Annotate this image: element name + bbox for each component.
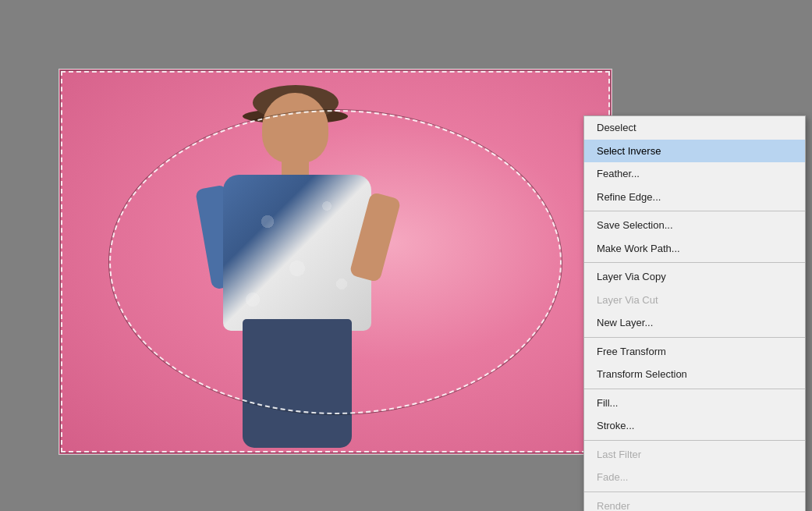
menu-item-make-work-path[interactable]: Make Work Path... bbox=[584, 237, 805, 261]
menu-item-layer-via-copy[interactable]: Layer Via Copy bbox=[584, 265, 805, 289]
context-menu: DeselectSelect InverseFeather...Refine E… bbox=[583, 115, 806, 511]
menu-item-render: Render bbox=[584, 495, 805, 512]
menu-item-feather[interactable]: Feather... bbox=[584, 162, 805, 186]
menu-separator bbox=[584, 389, 805, 389]
menu-item-refine-edge[interactable]: Refine Edge... bbox=[584, 186, 805, 209]
menu-item-deselect[interactable]: Deselect bbox=[584, 116, 805, 140]
menu-item-save-selection[interactable]: Save Selection... bbox=[584, 214, 805, 237]
menu-item-transform-selection[interactable]: Transform Selection bbox=[584, 363, 805, 386]
menu-item-stroke[interactable]: Stroke... bbox=[584, 414, 805, 438]
menu-separator bbox=[584, 440, 805, 441]
menu-item-last-filter: Last Filter bbox=[584, 443, 805, 467]
menu-separator bbox=[584, 262, 805, 263]
menu-item-free-transform[interactable]: Free Transform bbox=[584, 340, 805, 364]
menu-item-fade: Fade... bbox=[584, 466, 805, 489]
menu-separator bbox=[584, 211, 805, 211]
menu-separator bbox=[584, 491, 805, 492]
canvas bbox=[59, 69, 612, 455]
menu-item-new-layer[interactable]: New Layer... bbox=[584, 311, 805, 335]
menu-item-fill[interactable]: Fill... bbox=[584, 392, 805, 415]
selection-ellipse bbox=[109, 110, 562, 414]
menu-separator bbox=[584, 337, 805, 338]
menu-item-select-inverse[interactable]: Select Inverse bbox=[584, 140, 805, 163]
menu-item-layer-via-cut: Layer Via Cut bbox=[584, 289, 805, 312]
